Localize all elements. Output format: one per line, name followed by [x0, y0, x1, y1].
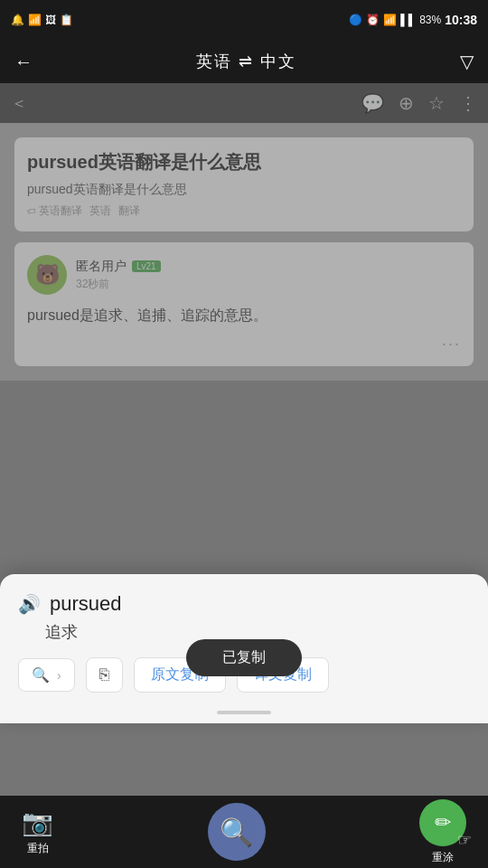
alarm-icon: ⏰ — [366, 14, 380, 26]
nav-title: 英语 ⇌ 中文 — [196, 51, 296, 72]
nav-back-button[interactable]: ← — [14, 52, 33, 72]
search-center-icon: 🔍 — [220, 816, 253, 848]
notification-icon: 🔔 — [11, 14, 24, 26]
edit-label: 重涂 — [432, 850, 454, 865]
copy-doc-icon: ⎘ — [99, 665, 109, 684]
edit-button[interactable]: ✏ ☞ 重涂 — [419, 799, 466, 865]
status-time: 10:38 — [445, 13, 477, 27]
records-icon: 📋 — [60, 14, 73, 26]
bottom-toolbar: 📷 重拍 🔍 ✏ ☞ 重涂 — [0, 796, 488, 868]
retake-button[interactable]: 📷 重拍 — [22, 807, 53, 856]
edit-icon-wrap: ✏ ☞ — [419, 799, 466, 846]
sheet-handle — [217, 711, 271, 714]
sheet-word-row: 🔊 pursued — [18, 592, 470, 616]
sheet-handle-row — [18, 707, 470, 714]
edit-icon: ✏ — [435, 811, 451, 835]
retake-label: 重拍 — [27, 841, 49, 856]
bluetooth-icon: 🔵 — [349, 14, 362, 26]
battery-percent: 83% — [419, 14, 441, 26]
sheet-word: pursued — [50, 592, 122, 616]
cursor-icon: ☞ — [457, 830, 472, 850]
wifi-icon: 📶 — [383, 14, 397, 26]
sim-icon: 📶 — [28, 14, 42, 26]
status-bar: 🔔 📶 🖼 📋 🔵 ⏰ 📶 ▌▌ 83% 10:38 — [0, 0, 488, 40]
copied-toast: 已复制 — [186, 639, 302, 676]
search-center-button[interactable]: 🔍 — [208, 803, 266, 861]
speaker-icon[interactable]: 🔊 — [18, 593, 41, 615]
search-pill-icon: 🔍 — [32, 666, 50, 684]
nav-bar: ← 英语 ⇌ 中文 ▽ — [0, 40, 488, 83]
search-pill[interactable]: 🔍 › — [18, 658, 75, 692]
status-left-icons: 🔔 📶 🖼 📋 — [11, 14, 73, 26]
copy-icon-btn[interactable]: ⎘ — [86, 657, 123, 693]
search-pill-arrow: › — [57, 668, 61, 683]
nav-down-icon[interactable]: ▽ — [460, 51, 474, 72]
signal-icon: ▌▌ — [400, 14, 416, 26]
gallery-icon: 🖼 — [45, 14, 56, 26]
status-right: 🔵 ⏰ 📶 ▌▌ 83% 10:38 — [349, 13, 477, 27]
retake-icon: 📷 — [22, 807, 53, 837]
content-wrapper: ＜ 💬 ⊕ ☆ ⋮ pursued英语翻译是什么意思 pursued英语翻译是什… — [0, 83, 488, 796]
